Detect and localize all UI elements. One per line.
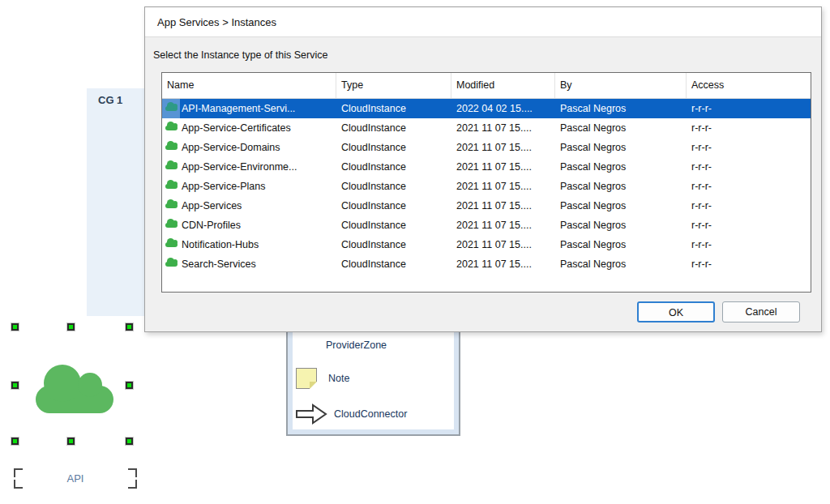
cell-name: App-Service-Certificates	[180, 122, 336, 134]
column-header-by[interactable]: By	[555, 73, 687, 98]
cell-by: Pascal Negros	[555, 258, 687, 270]
cloud-instance-icon	[165, 126, 178, 130]
cell-access: r-r-r-	[687, 181, 811, 192]
cell-by: Pascal Negros	[555, 103, 687, 114]
selection-handle-bottom-center[interactable]	[67, 438, 75, 445]
cell-modified: 2021 11 07 15....	[451, 161, 555, 173]
cell-by: Pascal Negros	[555, 220, 687, 231]
cell-type: CloudInstance	[336, 161, 451, 173]
column-header-modified[interactable]: Modified	[451, 73, 555, 98]
cloud-instance-icon	[165, 184, 178, 189]
instance-picker-dialog: App Services > Instances Select the Inst…	[144, 6, 822, 332]
label-bracket-bottom-left	[14, 480, 23, 489]
palette-item-label: Note	[328, 373, 349, 384]
connector-arrow-icon	[294, 402, 328, 426]
selection-handle-middle-left[interactable]	[11, 382, 19, 389]
cell-type: CloudInstance	[336, 142, 451, 153]
shape-palette-panel: ProviderZone Note CloudConnector	[286, 321, 460, 436]
table-row[interactable]: Notification-Hubs CloudInstance 2021 11 …	[162, 235, 811, 254]
cloud-shape-label[interactable]: API	[47, 472, 104, 485]
dialog-titlebar: App Services > Instances	[145, 7, 821, 37]
cell-name: Search-Services	[180, 258, 336, 270]
cell-type: CloudInstance	[336, 200, 451, 211]
cell-by: Pascal Negros	[555, 239, 687, 250]
table-row[interactable]: API-Management-Servi... CloudInstance 20…	[162, 99, 811, 118]
cell-access: r-r-r-	[687, 122, 811, 134]
cell-access: r-r-r-	[687, 239, 811, 250]
table-row[interactable]: App-Service-Domains CloudInstance 2021 1…	[162, 138, 811, 157]
cell-name: App-Service-Plans	[180, 181, 336, 192]
cell-by: Pascal Negros	[555, 122, 687, 134]
selection-handle-bottom-left[interactable]	[11, 438, 19, 445]
column-header-access[interactable]: Access	[687, 73, 811, 98]
cloud-instance-icon	[165, 223, 178, 228]
selection-handle-top-left[interactable]	[11, 323, 19, 331]
instance-table: Name Type Modified By Access API-Managem…	[161, 72, 811, 293]
cell-type: CloudInstance	[336, 103, 451, 114]
cell-by: Pascal Negros	[555, 181, 687, 192]
label-bracket-top-left	[14, 468, 23, 477]
cloud-shape[interactable]	[36, 386, 113, 413]
cell-by: Pascal Negros	[555, 142, 687, 153]
cell-name: CDN-Profiles	[180, 220, 336, 231]
shape-palette-list: ProviderZone Note CloudConnector	[293, 327, 454, 429]
selection-handle-middle-right[interactable]	[126, 382, 133, 389]
cell-modified: 2021 11 07 15....	[451, 200, 555, 211]
cell-name: App-Service-Environme...	[180, 161, 336, 173]
table-row[interactable]: App-Service-Environme... CloudInstance 2…	[162, 157, 811, 177]
cell-modified: 2021 11 07 15....	[451, 181, 555, 192]
table-row[interactable]: App-Service-Plans CloudInstance 2021 11 …	[162, 177, 811, 196]
cell-access: r-r-r-	[687, 161, 811, 173]
ok-button[interactable]: OK	[637, 301, 715, 322]
column-header-name[interactable]: Name	[162, 73, 336, 98]
cell-name: Notification-Hubs	[180, 239, 336, 250]
cell-access: r-r-r-	[687, 142, 811, 153]
cloud-instance-icon	[165, 242, 178, 247]
cell-name: App-Services	[180, 200, 336, 211]
cell-by: Pascal Negros	[555, 200, 687, 211]
palette-item-label: CloudConnector	[334, 408, 407, 420]
palette-item-note[interactable]: Note	[296, 367, 349, 390]
cell-by: Pascal Negros	[555, 161, 687, 173]
column-header-type[interactable]: Type	[336, 73, 451, 98]
cloud-instance-icon	[165, 106, 178, 111]
dialog-subtitle: Select the Instance type of this Service	[153, 49, 327, 61]
cell-name: App-Service-Domains	[180, 142, 336, 153]
cell-modified: 2021 11 07 15....	[451, 122, 555, 134]
palette-item-cloudconnector[interactable]: CloudConnector	[294, 403, 407, 425]
table-header-row: Name Type Modified By Access	[162, 73, 811, 99]
palette-item-label: ProviderZone	[326, 340, 387, 351]
cell-access: r-r-r-	[687, 258, 811, 270]
table-row[interactable]: Search-Services CloudInstance 2021 11 07…	[162, 254, 811, 274]
cancel-button[interactable]: Cancel	[722, 301, 800, 322]
diagram-canvas: CG 1 API ProviderZone Note CloudConnecto…	[0, 0, 830, 504]
note-icon	[296, 368, 317, 389]
cell-type: CloudInstance	[336, 220, 451, 231]
palette-item-providerzone[interactable]: ProviderZone	[326, 334, 387, 357]
cloud-group-label: CG 1	[98, 94, 122, 106]
cloud-instance-icon	[165, 164, 178, 169]
cloud-instance-icon	[165, 145, 178, 150]
cloud-instance-icon	[165, 262, 178, 267]
dialog-title: App Services > Instances	[157, 16, 276, 28]
cell-modified: 2021 11 07 15....	[451, 220, 555, 231]
label-bracket-bottom-right	[128, 480, 137, 489]
table-row[interactable]: CDN-Profiles CloudInstance 2021 11 07 15…	[162, 216, 811, 235]
cell-access: r-r-r-	[687, 103, 811, 114]
table-row[interactable]: App-Services CloudInstance 2021 11 07 15…	[162, 196, 811, 216]
table-row[interactable]: App-Service-Certificates CloudInstance 2…	[162, 118, 811, 138]
cell-access: r-r-r-	[687, 200, 811, 211]
selection-handle-top-right[interactable]	[126, 323, 133, 331]
cell-modified: 2022 04 02 15....	[451, 103, 555, 114]
cell-type: CloudInstance	[336, 239, 451, 250]
cell-access: r-r-r-	[687, 220, 811, 231]
cloud-instance-icon	[165, 203, 178, 208]
cell-type: CloudInstance	[336, 258, 451, 270]
cell-modified: 2021 11 07 15....	[451, 142, 555, 153]
cell-type: CloudInstance	[336, 122, 451, 134]
cell-modified: 2021 11 07 15....	[451, 258, 555, 270]
selection-handle-top-center[interactable]	[67, 323, 75, 331]
label-bracket-top-right	[128, 468, 137, 477]
selection-handle-bottom-right[interactable]	[126, 438, 133, 445]
cell-type: CloudInstance	[336, 181, 451, 192]
